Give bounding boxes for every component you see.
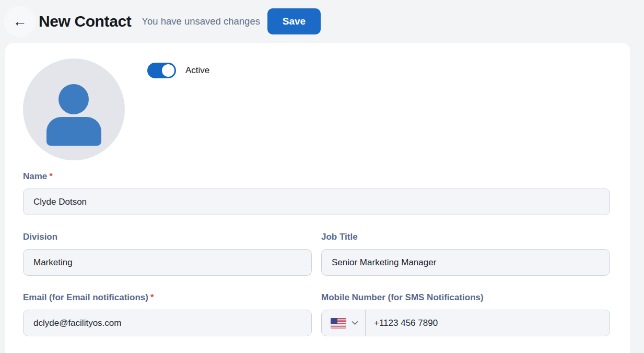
mobile-field-group: Mobile Number (for SMS Notifications): [321, 292, 610, 336]
name-label: Name*: [23, 171, 610, 182]
phone-country-select[interactable]: [322, 310, 366, 336]
back-button[interactable]: ←: [4, 6, 36, 37]
division-label: Division: [23, 232, 312, 242]
us-flag-icon: [331, 318, 346, 328]
phone-number-input[interactable]: [366, 310, 610, 336]
active-toggle[interactable]: [147, 63, 176, 78]
job-title-field-group: Job Title: [321, 232, 610, 276]
unsaved-changes-text: You have unsaved changes: [142, 16, 260, 27]
chevron-down-icon: [352, 321, 358, 325]
email-field-group: Email (for Email notifications)*: [23, 292, 312, 336]
email-mobile-row: Email (for Email notifications)* Mobile …: [23, 292, 610, 336]
active-toggle-group: Active: [147, 63, 209, 78]
division-input[interactable]: [23, 249, 312, 276]
email-label: Email (for Email notifications)*: [23, 292, 312, 303]
new-contact-screen: ← New Contact You have unsaved changes S…: [0, 0, 644, 353]
contact-form-card: Active Name* Division Job Title Email (f…: [5, 43, 630, 353]
division-field-group: Division: [23, 232, 312, 276]
division-jobtitle-row: Division Job Title: [23, 232, 610, 276]
job-title-label: Job Title: [321, 232, 610, 242]
mobile-label: Mobile Number (for SMS Notifications): [321, 292, 610, 303]
required-asterisk: *: [150, 292, 154, 302]
name-input[interactable]: [23, 189, 610, 215]
toggle-knob: [162, 64, 174, 77]
email-input[interactable]: [23, 310, 312, 336]
phone-input-box: [321, 310, 610, 336]
active-toggle-label: Active: [185, 65, 209, 76]
header: ← New Contact You have unsaved changes S…: [0, 0, 644, 43]
required-asterisk: *: [49, 171, 53, 181]
avatar-toggle-row: Active: [23, 58, 610, 160]
save-button[interactable]: Save: [267, 8, 321, 34]
avatar[interactable]: [23, 58, 125, 160]
job-title-input[interactable]: [321, 249, 610, 276]
page-title: New Contact: [39, 13, 131, 30]
name-field-group: Name*: [23, 171, 610, 215]
arrow-left-icon: ←: [13, 14, 27, 30]
